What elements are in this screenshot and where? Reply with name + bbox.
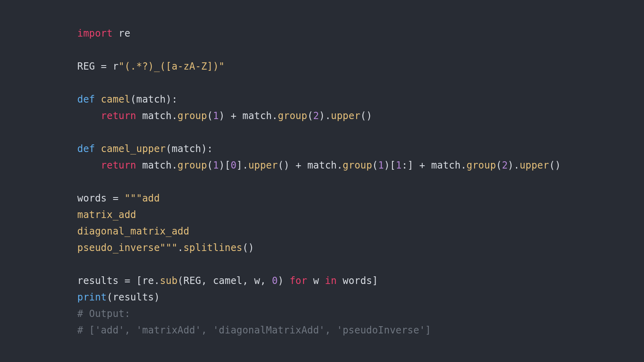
code-line: def camel(match): bbox=[77, 94, 178, 105]
paren-open: ( bbox=[372, 160, 378, 171]
method-call: group bbox=[343, 160, 372, 171]
number-literal: 1 bbox=[378, 160, 384, 171]
code-line: print(results) bbox=[77, 292, 160, 303]
keyword-in: in bbox=[325, 275, 336, 286]
dot: . bbox=[272, 110, 278, 121]
number-literal: 2 bbox=[313, 110, 319, 121]
code-line: diagonal_matrix_add bbox=[77, 226, 189, 237]
paren-open: ( bbox=[496, 160, 502, 171]
method-call: upper bbox=[520, 160, 549, 171]
string-literal: "(.*?)_([a-zA-Z])" bbox=[119, 61, 225, 72]
paren-open: ( bbox=[307, 110, 313, 121]
paren-close: ) bbox=[508, 160, 514, 171]
method-call: group bbox=[278, 110, 307, 121]
keyword-return: return bbox=[101, 160, 136, 171]
function-name: camel_upper bbox=[101, 143, 166, 154]
call-parens: () bbox=[278, 160, 289, 171]
args: (results) bbox=[107, 292, 160, 303]
number-literal: 1 bbox=[213, 160, 219, 171]
dot: . bbox=[171, 110, 178, 121]
identifier: match bbox=[307, 160, 336, 171]
code-line: pseudo_inverse""".splitlines() bbox=[77, 242, 254, 253]
assign-op: = bbox=[107, 193, 124, 204]
identifier: words bbox=[77, 193, 107, 204]
code-line: results = [re.sub(REG, camel, w, 0) for … bbox=[77, 275, 378, 286]
dot: . bbox=[325, 110, 331, 121]
params: (match): bbox=[166, 143, 213, 154]
module-name: re bbox=[119, 28, 130, 39]
method-call: splitlines bbox=[184, 242, 243, 253]
identifier: results bbox=[77, 275, 119, 286]
slice: :] + bbox=[402, 160, 431, 171]
assign-op: = [ bbox=[119, 275, 142, 286]
indent bbox=[77, 160, 101, 171]
dot: . bbox=[178, 242, 184, 253]
dot: . bbox=[242, 160, 248, 171]
number-literal: 2 bbox=[502, 160, 508, 171]
builtin-print: print bbox=[77, 292, 107, 303]
keyword-def: def bbox=[77, 143, 95, 154]
call-parens: () bbox=[242, 242, 254, 253]
identifier: words] bbox=[337, 275, 378, 286]
number-literal: 1 bbox=[396, 160, 402, 171]
string-literal: matrix_add bbox=[77, 209, 136, 220]
dot: . bbox=[171, 160, 178, 171]
keyword-return: return bbox=[101, 110, 136, 121]
identifier: match bbox=[136, 110, 172, 121]
keyword-def: def bbox=[77, 94, 95, 105]
number-literal: 1 bbox=[213, 110, 219, 121]
method-call: group bbox=[178, 110, 207, 121]
args: (REG, camel, w, bbox=[178, 275, 272, 286]
keyword-import: import bbox=[77, 28, 113, 39]
number-literal: 0 bbox=[272, 275, 278, 286]
operator-plus: + bbox=[225, 110, 242, 121]
identifier: re bbox=[142, 275, 154, 286]
operator-plus: + bbox=[289, 160, 307, 171]
code-line: matrix_add bbox=[77, 209, 136, 220]
dot: . bbox=[154, 275, 160, 286]
code-line: REG = r"(.*?)_([a-zA-Z])" bbox=[77, 61, 225, 72]
identifier: REG bbox=[77, 61, 95, 72]
number-literal: 0 bbox=[231, 160, 237, 171]
code-line: return match.group(1) + match.group(2).u… bbox=[77, 110, 372, 121]
code-line: import re bbox=[77, 28, 130, 39]
identifier: w bbox=[307, 275, 325, 286]
params: (match): bbox=[130, 94, 178, 105]
paren-close: ) bbox=[319, 110, 325, 121]
identifier: match bbox=[242, 110, 272, 121]
code-editor[interactable]: import re REG = r"(.*?)_([a-zA-Z])" def … bbox=[0, 0, 644, 339]
string-literal: """add bbox=[124, 193, 160, 204]
method-call: sub bbox=[160, 275, 178, 286]
comment: # ['add', 'matrixAdd', 'diagonalMatrixAd… bbox=[77, 325, 431, 336]
paren-open: ( bbox=[207, 160, 213, 171]
string-literal: pseudo_inverse""" bbox=[77, 242, 178, 253]
paren-close: ) bbox=[219, 110, 225, 121]
paren-open: ( bbox=[207, 110, 213, 121]
code-line: def camel_upper(match): bbox=[77, 143, 213, 154]
paren-close: ) bbox=[278, 275, 289, 286]
method-call: upper bbox=[331, 110, 360, 121]
dot: . bbox=[337, 160, 343, 171]
code-line: return match.group(1)[0].upper() + match… bbox=[77, 160, 561, 171]
assign-op: = bbox=[95, 61, 113, 72]
identifier: match bbox=[136, 160, 172, 171]
code-line: # ['add', 'matrixAdd', 'diagonalMatrixAd… bbox=[77, 325, 431, 336]
bracket: )[ bbox=[384, 160, 396, 171]
code-line: words = """add bbox=[77, 193, 160, 204]
function-name: camel bbox=[101, 94, 130, 105]
method-call: upper bbox=[248, 160, 278, 171]
method-call: group bbox=[178, 160, 207, 171]
method-call: group bbox=[466, 160, 496, 171]
code-line: # Output: bbox=[77, 308, 130, 319]
call-parens: () bbox=[360, 110, 372, 121]
identifier: match bbox=[431, 160, 460, 171]
call-parens: () bbox=[549, 160, 561, 171]
indent bbox=[77, 110, 101, 121]
keyword-for: for bbox=[289, 275, 307, 286]
string-literal: diagonal_matrix_add bbox=[77, 226, 189, 237]
bracket: )[ bbox=[219, 160, 231, 171]
dot: . bbox=[460, 160, 466, 171]
bracket-close: ] bbox=[237, 160, 243, 171]
raw-prefix: r bbox=[113, 61, 119, 72]
comment: # Output: bbox=[77, 308, 130, 319]
